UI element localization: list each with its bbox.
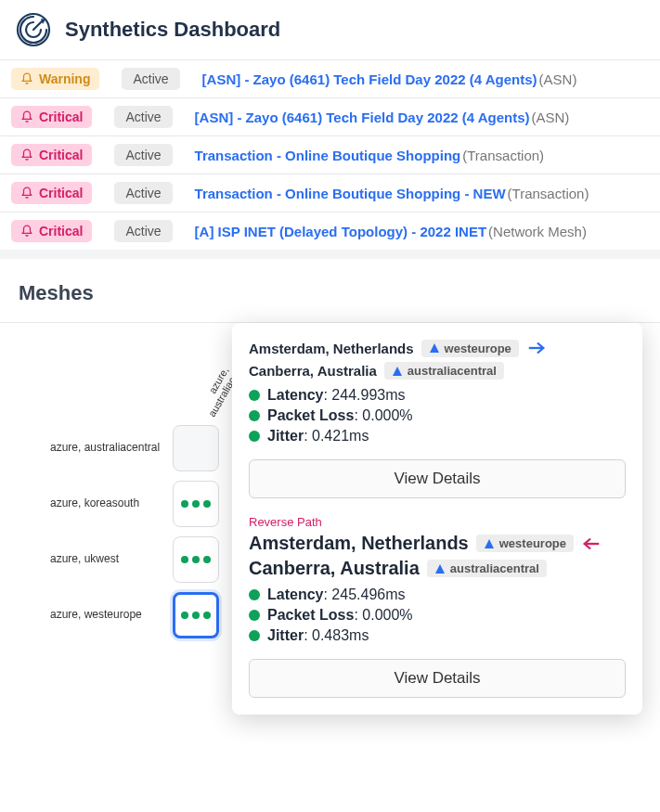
alert-row: CriticalActive[A] ISP INET (Delayed Topo… bbox=[0, 212, 660, 250]
state-badge: Active bbox=[122, 68, 179, 90]
status-dot-icon bbox=[249, 589, 260, 600]
azure-icon bbox=[484, 538, 495, 549]
svg-line-1 bbox=[33, 20, 43, 30]
alert-type-paren: (Network Mesh) bbox=[488, 224, 587, 239]
metric-value: : 0.483ms bbox=[304, 627, 369, 643]
svg-marker-8 bbox=[435, 564, 445, 574]
mesh-row: azure, koreasouth bbox=[50, 481, 219, 527]
reverse-from-line: Amsterdam, Netherlands westeurope bbox=[249, 533, 626, 554]
alert-row: CriticalActive[ASN] - Zayo (6461) Tech F… bbox=[0, 97, 660, 135]
metric-packet-loss: Packet Loss: 0.000% bbox=[249, 607, 626, 624]
alert-title-cell: Transaction - Online Boutique Shopping(T… bbox=[195, 148, 649, 163]
severity-badge: Critical bbox=[11, 144, 92, 166]
status-dot-icon bbox=[249, 410, 260, 421]
region-chip: australiacentral bbox=[427, 560, 547, 577]
alert-row: CriticalActiveTransaction - Online Bouti… bbox=[0, 135, 660, 174]
alert-row: CriticalActiveTransaction - Online Bouti… bbox=[0, 174, 660, 212]
severity-badge-label: Critical bbox=[39, 110, 83, 124]
mesh-detail-popover: Amsterdam, Netherlands westeurope Canber… bbox=[232, 323, 642, 715]
alert-link[interactable]: Transaction - Online Boutique Shopping bbox=[195, 148, 461, 163]
region-chip-label: australiacentral bbox=[450, 561, 539, 575]
alert-link[interactable]: Transaction - Online Boutique Shopping -… bbox=[195, 186, 506, 201]
region-chip-label: australiacentral bbox=[408, 364, 497, 378]
mesh-row: azure, ukwest bbox=[50, 536, 219, 583]
bell-icon bbox=[20, 72, 33, 85]
bell-icon bbox=[20, 110, 33, 123]
alert-link[interactable]: [ASN] - Zayo (6461) Tech Field Day 2022 … bbox=[195, 110, 530, 125]
alert-title-cell: Transaction - Online Boutique Shopping -… bbox=[195, 186, 649, 201]
region-chip: westeurope bbox=[476, 535, 574, 552]
view-details-button[interactable]: View Details bbox=[249, 659, 626, 698]
region-chip-label: westeurope bbox=[499, 536, 566, 550]
mesh-row-label: azure, ukwest bbox=[50, 552, 167, 567]
metric-value: : 245.496ms bbox=[323, 586, 405, 602]
mesh-cell-selected[interactable] bbox=[173, 592, 219, 638]
azure-icon bbox=[429, 342, 440, 354]
mesh-cell-self bbox=[173, 425, 219, 471]
app-logo-icon bbox=[15, 11, 52, 48]
forward-metrics: Latency: 244.993ms Packet Loss: 0.000% J… bbox=[249, 387, 626, 445]
severity-badge-label: Critical bbox=[39, 186, 83, 200]
path-to-line: Canberra, Australia australiacentral bbox=[249, 362, 626, 380]
page-title: Synthetics Dashboard bbox=[65, 18, 280, 42]
severity-badge-label: Critical bbox=[39, 148, 83, 162]
region-chip: australiacentral bbox=[384, 362, 504, 380]
bell-icon bbox=[20, 148, 33, 161]
metric-value: : 244.993ms bbox=[323, 387, 405, 403]
state-badge: Active bbox=[114, 182, 172, 204]
alert-title-cell: [ASN] - Zayo (6461) Tech Field Day 2022 … bbox=[202, 71, 649, 87]
metric-value: : 0.421ms bbox=[304, 428, 369, 444]
severity-badge: Critical bbox=[11, 182, 92, 204]
alert-row: WarningActive[ASN] - Zayo (6461) Tech Fi… bbox=[0, 60, 660, 97]
alert-type-paren: (Transaction) bbox=[508, 186, 589, 201]
mesh-row: azure, westeurope bbox=[50, 592, 219, 638]
bell-icon bbox=[20, 187, 33, 200]
svg-marker-6 bbox=[485, 539, 494, 548]
mesh-row: azure, australiacentral bbox=[50, 425, 219, 471]
azure-icon bbox=[434, 563, 446, 574]
bell-icon bbox=[20, 225, 33, 238]
path-to-city: Canberra, Australia bbox=[249, 558, 420, 579]
view-details-button[interactable]: View Details bbox=[249, 459, 626, 498]
alerts-table: WarningActive[ASN] - Zayo (6461) Tech Fi… bbox=[0, 60, 660, 259]
alert-type-paren: (Transaction) bbox=[462, 148, 544, 163]
meshes-heading: Meshes bbox=[0, 259, 660, 323]
region-chip-label: westeurope bbox=[445, 342, 511, 355]
reverse-metrics: Latency: 245.496ms Packet Loss: 0.000% J… bbox=[249, 586, 626, 644]
metric-label: Packet Loss bbox=[267, 607, 354, 623]
metric-latency: Latency: 244.993ms bbox=[249, 387, 626, 404]
mesh-cell[interactable] bbox=[173, 481, 219, 527]
status-dot-icon bbox=[249, 431, 260, 442]
mesh-cell[interactable] bbox=[173, 536, 219, 583]
alert-link[interactable]: [A] ISP INET (Delayed Topology) - 2022 I… bbox=[195, 224, 487, 239]
status-dot-icon bbox=[249, 630, 260, 641]
alert-type-paren: (ASN) bbox=[532, 110, 570, 125]
alert-type-paren: (ASN) bbox=[539, 71, 577, 87]
arrow-right-icon bbox=[526, 338, 547, 358]
metric-label: Latency bbox=[267, 387, 323, 403]
alert-link[interactable]: [ASN] - Zayo (6461) Tech Field Day 2022 … bbox=[202, 71, 537, 87]
mesh-grid: azure, australiacentral azure, koreasout… bbox=[50, 425, 219, 648]
metric-jitter: Jitter: 0.483ms bbox=[249, 627, 626, 644]
state-badge: Active bbox=[114, 106, 172, 128]
azure-icon bbox=[392, 366, 403, 377]
metric-label: Packet Loss bbox=[267, 407, 354, 423]
mesh-row-label: azure, koreasouth bbox=[50, 496, 167, 511]
metric-jitter: Jitter: 0.421ms bbox=[249, 428, 626, 445]
state-badge: Active bbox=[114, 220, 172, 242]
state-badge: Active bbox=[114, 144, 172, 166]
path-from-line: Amsterdam, Netherlands westeurope bbox=[249, 338, 626, 358]
path-to-city: Canberra, Australia bbox=[249, 363, 377, 379]
metric-value: : 0.000% bbox=[354, 607, 412, 623]
severity-badge-label: Critical bbox=[39, 224, 83, 238]
status-dot-icon bbox=[249, 610, 260, 621]
path-from-city: Amsterdam, Netherlands bbox=[249, 341, 414, 356]
severity-badge: Critical bbox=[11, 220, 92, 242]
app-header: Synthetics Dashboard bbox=[0, 0, 660, 60]
metric-packet-loss: Packet Loss: 0.000% bbox=[249, 407, 626, 424]
reverse-path-label: Reverse Path bbox=[249, 515, 626, 529]
metric-latency: Latency: 245.496ms bbox=[249, 586, 626, 603]
severity-badge: Critical bbox=[11, 106, 92, 128]
metric-value: : 0.000% bbox=[354, 407, 412, 423]
reverse-to-line: Canberra, Australia australiacentral bbox=[249, 558, 626, 579]
